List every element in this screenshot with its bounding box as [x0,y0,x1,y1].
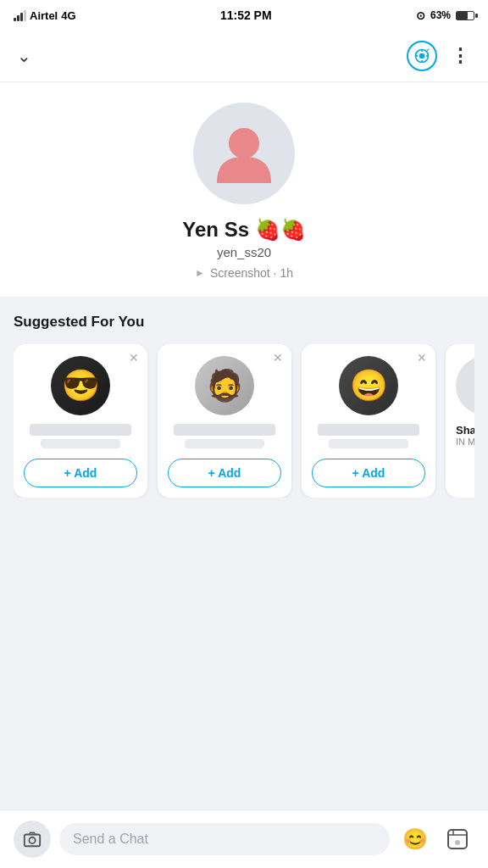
bottom-bar: Send a Chat 😊 [0,810,488,868]
emoji-button[interactable]: 😊 [398,822,432,856]
card-name-bar-2 [174,424,276,436]
svg-point-8 [29,837,35,843]
suggested-scroll: ✕ 😎 + Add ✕ 🧔 + Add ✕ � [14,344,474,498]
empty-content-area [0,508,488,728]
status-left: Airtel 4G [14,9,76,22]
suggested-title: Suggested For You [14,314,474,331]
card-name-bar-3 [318,424,420,436]
card-avatar-1: 😎 [51,356,110,415]
chat-input-area[interactable]: Send a Chat [59,823,390,855]
suggested-card-partial: Sha IN M [446,344,474,498]
suggested-card-1: ✕ 😎 + Add [14,344,147,498]
svg-point-1 [419,53,425,59]
snap-score-button[interactable] [407,41,437,71]
suggested-section: Suggested For You ✕ 😎 + Add ✕ 🧔 + Add [0,297,488,508]
card-sub-bar-2 [185,439,264,448]
suggested-card-2: ✕ 🧔 + Add [158,344,291,498]
partial-avatar [456,356,474,415]
signal-bars [14,10,26,21]
close-card-2-button[interactable]: ✕ [273,351,283,364]
target-icon [413,47,430,64]
card-avatar-2: 🧔 [195,356,254,415]
card-sub-bar-3 [329,439,408,448]
battery-icon [456,11,474,20]
status-text: Screenshot · 1h [210,266,293,280]
nav-right: ⋮ [407,41,471,71]
card-name-bar-1 [30,424,132,436]
card-sub-bar-1 [41,439,120,448]
svg-point-6 [229,128,259,159]
profile-name: Yen Ss 🍓🍓 [182,218,305,242]
partial-sub: IN M [456,437,474,447]
carrier: Airtel [30,9,58,22]
add-friend-1-button[interactable]: + Add [24,459,137,487]
close-card-3-button[interactable]: ✕ [417,351,427,364]
camera-icon [23,830,42,849]
profile-status: ► Screenshot · 1h [195,266,293,280]
sticker-icon [446,828,469,850]
partial-name: Sha [456,424,474,437]
add-friend-3-button[interactable]: + Add [312,459,425,487]
location-icon: ⊙ [416,9,425,22]
battery-percent: 63% [430,9,451,21]
chat-placeholder: Send a Chat [73,832,148,847]
emoji-icon: 😊 [402,827,428,851]
close-card-1-button[interactable]: ✕ [129,351,139,364]
camera-button[interactable] [14,821,51,858]
more-options-button[interactable]: ⋮ [451,45,471,67]
sticker-button[interactable] [441,822,474,856]
status-right: ⊙ 63% [416,9,474,22]
profile-avatar [193,103,295,204]
add-friend-2-button[interactable]: + Add [168,459,281,487]
avatar-silhouette-icon [210,120,278,187]
play-icon: ► [195,267,205,279]
status-time: 11:52 PM [220,8,272,22]
card-avatar-3: 😄 [339,356,398,415]
svg-rect-9 [448,830,467,849]
svg-rect-7 [25,835,40,847]
status-bar: Airtel 4G 11:52 PM ⊙ 63% [0,0,488,31]
suggested-card-3: ✕ 😄 + Add [302,344,435,498]
network: 4G [61,9,75,22]
top-nav: ⌄ ⋮ [0,31,488,82]
back-button[interactable]: ⌄ [17,46,31,66]
profile-username: yen_ss20 [217,245,271,259]
profile-section: Yen Ss 🍓🍓 yen_ss20 ► Screenshot · 1h [0,82,488,297]
svg-point-12 [455,840,460,845]
